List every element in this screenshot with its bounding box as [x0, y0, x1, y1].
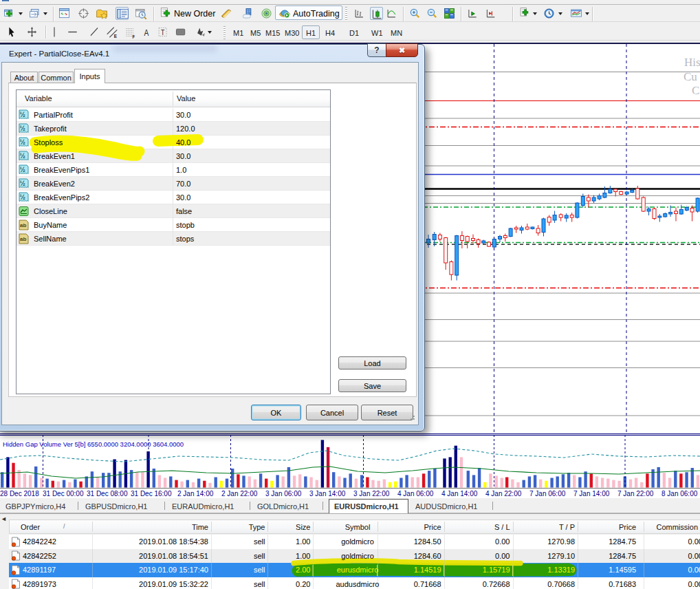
- svg-text:½: ½: [20, 193, 25, 201]
- svg-text:ab: ab: [20, 236, 26, 242]
- svg-text:½: ½: [20, 125, 25, 132]
- svg-text:½: ½: [20, 111, 25, 118]
- svg-text:ab: ab: [20, 222, 26, 228]
- svg-text:½: ½: [20, 166, 25, 173]
- svg-text:½: ½: [20, 180, 25, 187]
- svg-text:½: ½: [20, 138, 25, 146]
- svg-text:½: ½: [20, 152, 25, 160]
